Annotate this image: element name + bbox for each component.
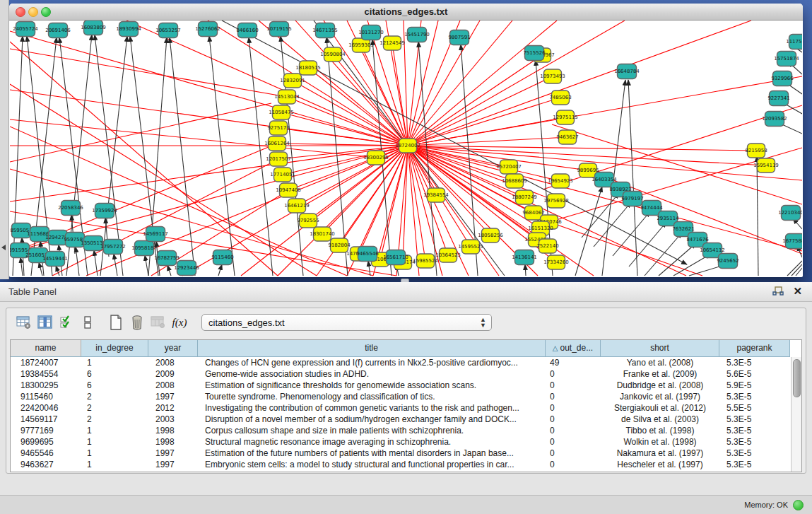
table-cell[interactable]: 1 (81, 459, 148, 470)
table-cell[interactable]: Wolkin et al. (1998) (601, 436, 719, 448)
table-cell[interactable]: 9463627 (11, 459, 81, 470)
graph-edge[interactable] (368, 261, 370, 276)
graph-edge[interactable] (408, 76, 553, 146)
graph-node[interactable]: 12975115 (553, 110, 578, 124)
table-row[interactable]: 2242004622012Investigating the contribut… (11, 402, 801, 414)
graph-edge[interactable] (10, 90, 408, 146)
select-all-icon[interactable] (57, 313, 76, 332)
graph-edge[interactable] (222, 21, 687, 264)
graph-node[interactable]: 10653257 (155, 23, 181, 38)
table-cell[interactable]: 9777169 (11, 425, 81, 436)
graph-node[interactable]: 12017507 (266, 152, 291, 166)
graph-node[interactable]: 12923446 (174, 261, 199, 276)
graph-edge[interactable] (10, 146, 408, 201)
table-row[interactable]: 977716911998Corpus callosum shape and si… (11, 425, 801, 436)
graph-node[interactable]: 9465546 (356, 247, 379, 262)
graph-edge[interactable] (20, 257, 23, 276)
scrollbar-thumb[interactable] (793, 359, 801, 397)
network-canvas[interactable]: 1872400718300295193845541572040710688609… (10, 21, 802, 276)
table-cell[interactable]: Nakamura et al. (1997) (601, 448, 719, 459)
graph-node[interactable]: 14595525 (458, 240, 483, 254)
graph-node[interactable]: 17359924 (92, 204, 117, 218)
table-cell[interactable]: 5.5E-5 (719, 402, 790, 414)
column-header-in-degree[interactable]: in_degree (81, 340, 148, 357)
graph-node[interactable]: 11175754 (786, 35, 802, 49)
table-row[interactable]: 969969511998Structural magnetic resonanc… (11, 436, 801, 448)
table-cell[interactable]: Yano et al. (2008) (601, 357, 719, 368)
table-cell[interactable]: 5.3E-5 (719, 459, 790, 470)
table-cell[interactable]: 5.3E-5 (719, 391, 790, 402)
table-cell[interactable]: 0 (546, 414, 601, 425)
graph-node[interactable]: 18180515 (295, 61, 321, 75)
graph-node[interactable]: 10947408 (276, 183, 301, 197)
select-column-icon[interactable] (36, 313, 54, 332)
graph-node[interactable]: 14136141 (512, 250, 537, 265)
table-cell[interactable]: Franke et al. (2009) (601, 368, 719, 380)
graph-edge[interactable] (167, 265, 171, 276)
graph-node[interactable]: 6979197 (621, 192, 643, 206)
graph-node[interactable]: 9227341 (767, 91, 789, 106)
table-cell[interactable]: 22420046 (11, 402, 81, 414)
graph-node[interactable]: 11058475 (269, 105, 294, 119)
table-cell[interactable]: 1997 (148, 459, 198, 470)
graph-node[interactable]: 10958187 (131, 241, 157, 256)
graph-node[interactable]: 19756928 (543, 194, 569, 208)
table-cell[interactable]: Stergiakouli et al. (2012) (601, 402, 719, 414)
function-builder-icon[interactable]: f(x) (170, 313, 189, 332)
network-graph[interactable]: 1872400718300295193845541572040710688609… (10, 21, 802, 276)
graph-node[interactable]: 22058346 (58, 201, 83, 216)
table-cell[interactable]: 1998 (148, 425, 198, 436)
table-cell[interactable]: Corpus callosum shape and size in male p… (198, 425, 546, 436)
zoom-window-button[interactable] (41, 7, 51, 17)
table-cell[interactable]: 9699695 (11, 436, 81, 448)
table-cell[interactable]: Changes of HCN gene expression and I(f) … (198, 357, 546, 368)
graph-edge[interactable] (408, 76, 802, 146)
table-cell[interactable]: Dudbridge et al. (2008) (601, 380, 719, 391)
table-cell[interactable]: 2012 (148, 402, 198, 414)
graph-node[interactable]: 18058256 (478, 228, 503, 243)
graph-edge[interactable] (39, 262, 42, 276)
graph-node[interactable]: 15985524 (413, 254, 438, 268)
table-cell[interactable]: 0 (546, 436, 601, 448)
graph-node[interactable]: 12124549 (379, 36, 405, 50)
table-cell[interactable]: 1 (81, 425, 148, 436)
table-cell[interactable]: Disruption of a novel member of a sodium… (198, 414, 546, 425)
table-cell[interactable]: 5.3E-5 (719, 425, 790, 436)
column-header-title[interactable]: title (198, 340, 546, 357)
column-header-short[interactable]: short (601, 340, 719, 357)
table-cell[interactable]: 0 (546, 459, 601, 470)
table-cell[interactable]: 1997 (148, 448, 198, 459)
table-row[interactable]: 911546021997Tourette syndrome. Phenomeno… (11, 391, 801, 402)
table-cell[interactable]: 5.6E-5 (719, 368, 790, 380)
graph-node[interactable]: 16561710 (383, 250, 408, 265)
graph-edge[interactable] (287, 97, 408, 146)
table-cell[interactable]: 0 (546, 425, 601, 436)
graph-node[interactable]: 9245652 (717, 254, 739, 269)
graph-edge[interactable] (293, 81, 408, 146)
graph-node[interactable]: 9329966 (771, 71, 794, 86)
table-settings-icon[interactable] (15, 313, 33, 332)
graph-edge[interactable] (218, 264, 222, 276)
graph-edge[interactable] (145, 255, 148, 276)
table-cell[interactable]: 1 (81, 436, 148, 448)
new-table-icon[interactable] (107, 313, 125, 332)
table-cell[interactable]: 2008 (148, 380, 198, 391)
table-cell[interactable]: Structural magnetic resonance image aver… (198, 436, 546, 448)
graph-edge[interactable] (408, 55, 542, 146)
column-header-name[interactable]: name (11, 340, 81, 357)
graph-node[interactable]: 14671355 (312, 23, 338, 38)
table-cell[interactable]: de Silva et al. (2003) (601, 414, 719, 425)
graph-edge[interactable] (628, 80, 637, 276)
graph-node[interactable]: 8466160 (236, 23, 258, 38)
graph-edge[interactable] (10, 103, 271, 162)
graph-node[interactable]: 16775880 (782, 234, 802, 249)
table-cell[interactable]: 9465546 (11, 448, 81, 459)
graph-node[interactable]: 10973493 (540, 69, 565, 83)
table-cell[interactable]: 2 (81, 414, 148, 425)
collapse-arrow-icon[interactable] (1, 245, 6, 250)
table-cell[interactable]: 1 (81, 448, 148, 459)
graph-node[interactable]: 12210340 (778, 206, 802, 221)
graph-edge[interactable] (796, 268, 802, 276)
table-cell[interactable]: 5.3E-5 (719, 448, 790, 459)
graph-node[interactable]: 8215958 (745, 144, 767, 158)
